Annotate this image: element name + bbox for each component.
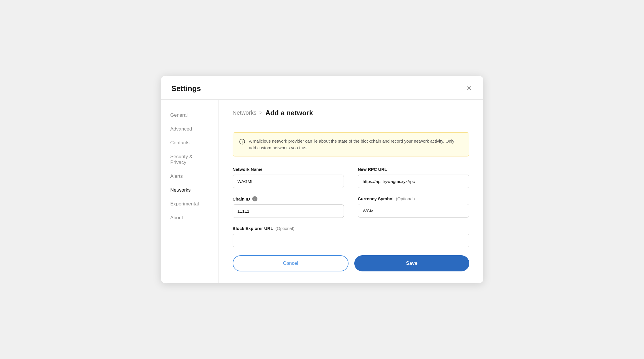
breadcrumb: Networks > Add a network [233,109,469,117]
sidebar-item-security-privacy[interactable]: Security & Privacy [161,150,219,169]
rpc-url-input[interactable] [358,175,469,188]
form-grid: Network Name New RPC URL Chain ID i [233,167,469,247]
currency-symbol-input[interactable] [358,204,469,218]
form-actions: Cancel Save [233,255,469,271]
network-name-input[interactable] [233,175,344,188]
block-explorer-input[interactable] [233,234,469,247]
warning-box: ⓘ A malicious network provider can lie a… [233,132,469,157]
sidebar: GeneralAdvancedContactsSecurity & Privac… [161,100,219,283]
sidebar-item-networks[interactable]: Networks [161,183,219,197]
cancel-button[interactable]: Cancel [233,255,349,271]
block-explorer-group: Block Explorer URL (Optional) [233,226,469,247]
modal-header: Settings ✕ [161,76,483,100]
modal-title: Settings [172,84,201,93]
chain-id-info-icon[interactable]: i [252,196,257,201]
close-button[interactable]: ✕ [465,84,473,93]
block-explorer-label: Block Explorer URL (Optional) [233,226,469,231]
chain-id-input[interactable] [233,204,344,218]
breadcrumb-parent: Networks [233,109,257,116]
chain-id-label: Chain ID i [233,196,344,201]
chain-id-group: Chain ID i [233,196,344,218]
currency-symbol-label: Currency Symbol (Optional) [358,196,469,201]
breadcrumb-divider [233,124,469,124]
network-name-label: Network Name [233,167,344,172]
warning-text: A malicious network provider can lie abo… [249,138,463,151]
sidebar-item-contacts[interactable]: Contacts [161,136,219,150]
sidebar-item-advanced[interactable]: Advanced [161,122,219,136]
currency-symbol-optional: (Optional) [396,196,415,201]
rpc-url-label: New RPC URL [358,167,469,172]
currency-symbol-group: Currency Symbol (Optional) [358,196,469,218]
sidebar-item-alerts[interactable]: Alerts [161,169,219,183]
main-content: Networks > Add a network ⓘ A malicious n… [219,100,483,283]
warning-icon: ⓘ [239,138,245,146]
breadcrumb-current: Add a network [265,109,313,117]
modal-body: GeneralAdvancedContactsSecurity & Privac… [161,100,483,283]
breadcrumb-separator: > [259,110,263,116]
network-name-group: Network Name [233,167,344,188]
settings-modal: Settings ✕ GeneralAdvancedContactsSecuri… [161,76,483,283]
save-button[interactable]: Save [354,255,469,271]
sidebar-item-general[interactable]: General [161,108,219,122]
sidebar-item-about[interactable]: About [161,211,219,225]
sidebar-item-experimental[interactable]: Experimental [161,197,219,211]
block-explorer-optional: (Optional) [275,226,294,231]
rpc-url-group: New RPC URL [358,167,469,188]
